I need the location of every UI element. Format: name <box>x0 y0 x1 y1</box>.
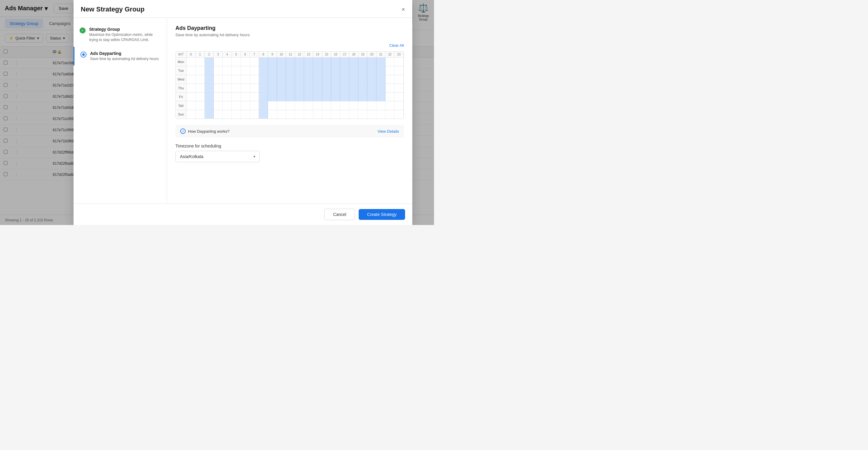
daypart-cell-sun-15[interactable] <box>322 110 331 119</box>
daypart-cell-sun-11[interactable] <box>286 110 295 119</box>
daypart-cell-mon-15[interactable] <box>322 58 331 66</box>
daypart-cell-mon-17[interactable] <box>340 58 349 66</box>
daypart-cell-mon-0[interactable] <box>187 58 195 66</box>
daypart-cell-tue-4[interactable] <box>223 66 232 75</box>
daypart-cell-sun-21[interactable] <box>376 110 385 119</box>
daypart-cell-sun-6[interactable] <box>241 110 250 119</box>
daypart-cell-wed-1[interactable] <box>195 75 205 84</box>
daypart-cell-fri-17[interactable] <box>340 93 349 101</box>
daypart-cell-tue-8[interactable] <box>259 66 268 75</box>
daypart-cell-thu-20[interactable] <box>367 84 376 92</box>
daypart-cell-wed-9[interactable] <box>268 75 277 84</box>
daypart-cell-sat-3[interactable] <box>214 101 223 110</box>
daypart-cell-thu-10[interactable] <box>277 84 286 92</box>
daypart-cell-wed-14[interactable] <box>313 75 322 84</box>
daypart-cell-fri-8[interactable] <box>259 93 268 101</box>
daypart-cell-sun-23[interactable] <box>395 110 404 119</box>
create-strategy-button[interactable]: Create Strategy <box>359 209 405 220</box>
daypart-cell-fri-18[interactable] <box>349 93 358 101</box>
sidebar-step-strategy-group[interactable]: ✓ Strategy Group Maximize the Optimizati… <box>73 23 167 47</box>
daypart-cell-fri-1[interactable] <box>195 93 205 101</box>
daypart-cell-thu-7[interactable] <box>250 84 259 92</box>
daypart-cell-tue-10[interactable] <box>277 66 286 75</box>
daypart-cell-mon-1[interactable] <box>195 58 205 66</box>
daypart-cell-mon-6[interactable] <box>241 58 250 66</box>
daypart-cell-sat-8[interactable] <box>259 101 268 110</box>
sidebar-step-ads-dayparting[interactable]: Ads Dayparting Save time by automating A… <box>73 47 167 66</box>
daypart-cell-tue-11[interactable] <box>286 66 295 75</box>
daypart-cell-sat-13[interactable] <box>304 101 313 110</box>
daypart-cell-fri-15[interactable] <box>322 93 331 101</box>
daypart-cell-thu-8[interactable] <box>259 84 268 92</box>
daypart-cell-fri-4[interactable] <box>223 93 232 101</box>
daypart-cell-tue-9[interactable] <box>268 66 277 75</box>
daypart-cell-fri-0[interactable] <box>187 93 195 101</box>
daypart-cell-sat-16[interactable] <box>331 101 340 110</box>
daypart-cell-sun-0[interactable] <box>187 110 195 119</box>
daypart-cell-thu-2[interactable] <box>205 84 214 92</box>
daypart-cell-wed-21[interactable] <box>376 75 385 84</box>
daypart-cell-sat-4[interactable] <box>223 101 232 110</box>
daypart-cell-sat-22[interactable] <box>385 101 395 110</box>
daypart-cell-tue-17[interactable] <box>340 66 349 75</box>
modal-close-button[interactable]: × <box>401 6 405 12</box>
daypart-cell-sun-19[interactable] <box>358 110 367 119</box>
daypart-cell-sat-17[interactable] <box>340 101 349 110</box>
daypart-cell-tue-12[interactable] <box>295 66 304 75</box>
daypart-cell-mon-18[interactable] <box>349 58 358 66</box>
daypart-cell-fri-22[interactable] <box>385 93 395 101</box>
daypart-cell-mon-5[interactable] <box>232 58 241 66</box>
daypart-cell-mon-7[interactable] <box>250 58 259 66</box>
cancel-button[interactable]: Cancel <box>324 209 355 220</box>
daypart-cell-sun-8[interactable] <box>259 110 268 119</box>
daypart-cell-fri-9[interactable] <box>268 93 277 101</box>
daypart-cell-mon-12[interactable] <box>295 58 304 66</box>
daypart-cell-mon-13[interactable] <box>304 58 313 66</box>
view-details-button[interactable]: View Details <box>378 129 399 133</box>
daypart-cell-fri-10[interactable] <box>277 93 286 101</box>
daypart-cell-tue-0[interactable] <box>187 66 195 75</box>
daypart-cell-mon-8[interactable] <box>259 58 268 66</box>
daypart-cell-mon-23[interactable] <box>395 58 404 66</box>
daypart-cell-sat-1[interactable] <box>195 101 205 110</box>
daypart-cell-wed-12[interactable] <box>295 75 304 84</box>
daypart-cell-fri-13[interactable] <box>304 93 313 101</box>
daypart-cell-wed-11[interactable] <box>286 75 295 84</box>
daypart-cell-sun-1[interactable] <box>195 110 205 119</box>
daypart-cell-fri-16[interactable] <box>331 93 340 101</box>
daypart-cell-thu-11[interactable] <box>286 84 295 92</box>
daypart-cell-sun-9[interactable] <box>268 110 277 119</box>
daypart-cell-sun-22[interactable] <box>385 110 395 119</box>
daypart-cell-tue-16[interactable] <box>331 66 340 75</box>
daypart-cell-thu-4[interactable] <box>223 84 232 92</box>
daypart-cell-thu-5[interactable] <box>232 84 241 92</box>
daypart-cell-wed-3[interactable] <box>214 75 223 84</box>
daypart-cell-fri-19[interactable] <box>358 93 367 101</box>
daypart-cell-mon-16[interactable] <box>331 58 340 66</box>
daypart-cell-tue-18[interactable] <box>349 66 358 75</box>
daypart-cell-thu-0[interactable] <box>187 84 195 92</box>
daypart-cell-sat-15[interactable] <box>322 101 331 110</box>
daypart-cell-fri-5[interactable] <box>232 93 241 101</box>
daypart-cell-mon-20[interactable] <box>367 58 376 66</box>
daypart-cell-sat-0[interactable] <box>187 101 195 110</box>
daypart-cell-sun-3[interactable] <box>214 110 223 119</box>
daypart-cell-sun-5[interactable] <box>232 110 241 119</box>
daypart-cell-fri-20[interactable] <box>367 93 376 101</box>
daypart-cell-thu-19[interactable] <box>358 84 367 92</box>
daypart-cell-thu-3[interactable] <box>214 84 223 92</box>
daypart-cell-sun-17[interactable] <box>340 110 349 119</box>
daypart-cell-wed-7[interactable] <box>250 75 259 84</box>
daypart-cell-thu-23[interactable] <box>395 84 404 92</box>
daypart-cell-sun-12[interactable] <box>295 110 304 119</box>
daypart-cell-sun-2[interactable] <box>205 110 214 119</box>
daypart-cell-sun-18[interactable] <box>349 110 358 119</box>
daypart-cell-wed-16[interactable] <box>331 75 340 84</box>
daypart-cell-tue-22[interactable] <box>385 66 395 75</box>
daypart-cell-wed-13[interactable] <box>304 75 313 84</box>
daypart-cell-tue-1[interactable] <box>195 66 205 75</box>
daypart-cell-sat-9[interactable] <box>268 101 277 110</box>
daypart-cell-thu-14[interactable] <box>313 84 322 92</box>
daypart-cell-tue-13[interactable] <box>304 66 313 75</box>
timezone-select[interactable]: Asia/Kolkata ▾ <box>176 151 260 162</box>
